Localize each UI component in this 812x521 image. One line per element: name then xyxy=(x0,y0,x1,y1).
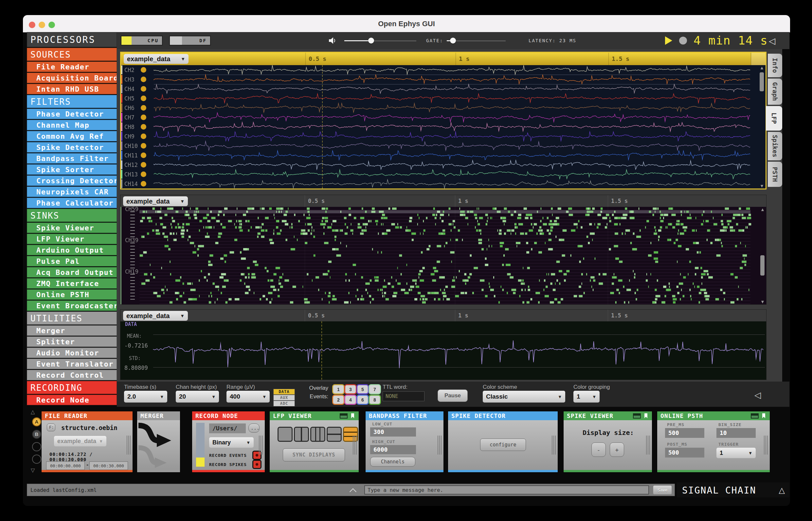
range-tab-aux[interactable]: AUX xyxy=(273,395,295,401)
channel-row-ch5[interactable]: CH5 xyxy=(121,94,154,103)
save-button[interactable]: Save xyxy=(653,485,672,495)
open-window-icon[interactable] xyxy=(751,413,759,418)
channel-enable-dot[interactable] xyxy=(141,162,146,167)
lfp-traces-body[interactable]: CH2CH3CH4CH5CH6CH7CH8CH9CH10CH11CH12CH13… xyxy=(121,65,766,188)
processor-zmq-interface[interactable]: ZMQ Interface xyxy=(27,278,117,289)
file-button[interactable]: F: xyxy=(47,424,55,431)
processor-channel-map[interactable]: Channel Map xyxy=(27,120,117,130)
start-time-field[interactable]: 00:00:00.000 xyxy=(46,461,85,470)
color-grouping-select[interactable]: 1▼ xyxy=(573,391,600,403)
overlay-event-button-3[interactable]: 3 xyxy=(344,384,357,394)
processor-record-control[interactable]: Record Control xyxy=(27,370,117,380)
chevron-up-icon[interactable] xyxy=(349,488,356,495)
channel-row-ch11[interactable]: CH11 xyxy=(121,151,154,160)
module-file-reader[interactable]: FILE READER F: structure.oebin example_d… xyxy=(42,411,133,472)
overlay-event-button-6[interactable]: 6 xyxy=(356,395,369,405)
layout-3col-button[interactable] xyxy=(310,427,325,442)
channel-enable-dot[interactable] xyxy=(141,95,146,101)
channel-row-ch14[interactable]: CH14 xyxy=(121,179,154,188)
tab-graph[interactable]: Graph xyxy=(768,78,782,105)
channel-enable-dot[interactable] xyxy=(141,124,146,130)
pre-ms-field[interactable]: 500 xyxy=(665,428,704,438)
module-drag-handle[interactable] xyxy=(127,436,131,455)
processor-merger[interactable]: Merger xyxy=(27,325,117,336)
trigger-select[interactable]: 1▼ xyxy=(717,448,756,458)
signal-chain-toggle[interactable]: SIGNAL CHAIN △ xyxy=(677,482,789,497)
overlay-event-button-2[interactable]: 2 xyxy=(332,395,345,405)
processor-record-node[interactable]: Record Node xyxy=(27,395,117,405)
channels-button[interactable]: Channels xyxy=(370,457,415,467)
spike-raster-body[interactable]: CH59 CH39 CH19 ▲ ▼ xyxy=(120,207,766,304)
channel-row-ch8[interactable]: CH8 xyxy=(121,122,154,132)
channel-enable-dot[interactable] xyxy=(141,134,146,139)
processor-acq-board-output[interactable]: Acq Board Output xyxy=(27,267,117,277)
module-drag-handle[interactable] xyxy=(437,436,442,455)
display-size-minus-button[interactable]: - xyxy=(591,443,606,457)
processor-spike-viewer[interactable]: Spike Viewer xyxy=(27,223,117,233)
stream-select-2[interactable]: example_data ▼ xyxy=(123,196,188,206)
module-drag-handle[interactable] xyxy=(552,436,556,455)
chain-slot-b[interactable]: B xyxy=(32,430,41,439)
processor-event-broadcaster[interactable]: Event Broadcaster xyxy=(27,300,117,311)
record-spikes-toggle[interactable] xyxy=(252,460,262,469)
gate-slider[interactable] xyxy=(447,40,506,41)
processor-lfp-viewer[interactable]: LFP Viewer xyxy=(27,234,117,244)
processor-neuropixels-car[interactable]: Neuropixels CAR xyxy=(27,186,117,197)
processor-audio-monitor[interactable]: Audio Monitor xyxy=(27,347,117,358)
processor-crossing-detector[interactable]: Crossing Detector xyxy=(27,175,117,186)
channel-enable-dot[interactable] xyxy=(141,143,146,149)
module-bandpass-filter[interactable]: BANDPASS FILTER LOW_CUT 300 HIGH_CUT 600… xyxy=(366,411,444,472)
scroll-up-icon[interactable]: ▲ xyxy=(760,65,764,70)
channel-enable-dot[interactable] xyxy=(141,172,146,177)
range-tab-data[interactable]: DATA xyxy=(273,389,295,395)
processor-spike-detector[interactable]: Spike Detector xyxy=(27,142,117,153)
browse-button[interactable]: ... xyxy=(248,424,260,433)
open-window-icon[interactable] xyxy=(633,413,641,418)
channel-row-ch4[interactable]: CH4 xyxy=(121,84,154,94)
channel-row-ch2[interactable]: CH2 xyxy=(121,65,154,75)
post-ms-field[interactable]: 500 xyxy=(665,448,704,457)
channel-row-ch3[interactable]: CH3 xyxy=(121,75,154,84)
scrollbar-thumb[interactable] xyxy=(760,72,764,91)
chain-slot-empty[interactable] xyxy=(32,455,41,464)
scroll-down-icon[interactable]: ▼ xyxy=(760,299,765,304)
channel-row-ch6[interactable]: CH6 xyxy=(121,103,154,113)
module-spike-detector[interactable]: SPIKE DETECTOR configure xyxy=(448,411,558,472)
processor-phase-calculator[interactable]: Phase Calculator xyxy=(27,198,117,208)
module-drag-handle[interactable] xyxy=(764,436,768,455)
module-record-node[interactable]: RECORD NODE /Users/ ... Binary▼ RECORD E… xyxy=(192,411,265,472)
sync-displays-button[interactable]: SYNC DISPLAYS xyxy=(283,448,345,461)
file-stream-select[interactable]: example_data▼ xyxy=(54,436,106,446)
chain-slot-a[interactable]: A xyxy=(32,417,41,426)
channel-enable-dot[interactable] xyxy=(141,105,146,111)
channel-enable-dot[interactable] xyxy=(141,86,146,92)
processor-online-psth[interactable]: Online PSTH xyxy=(27,289,117,300)
tab-lfp[interactable]: LFP xyxy=(766,106,782,131)
stream-select-1[interactable]: example_data ▼ xyxy=(124,54,188,64)
module-drag-handle[interactable] xyxy=(646,436,650,455)
collapse-left-icon[interactable]: ◁ xyxy=(769,36,775,46)
processor-intan-rhd-usb[interactable]: Intan RHD USB xyxy=(27,84,117,94)
processor-pulse-pal[interactable]: Pulse Pal xyxy=(27,256,117,266)
module-spike-viewer[interactable]: SPIKE VIEWER Display size: - + xyxy=(564,411,652,472)
processor-spike-sorter[interactable]: Spike Sorter xyxy=(27,164,117,175)
channel-enable-dot[interactable] xyxy=(141,67,146,73)
layout-single-button[interactable] xyxy=(277,427,293,442)
display-size-plus-button[interactable]: + xyxy=(610,443,624,457)
overlay-event-button-4[interactable]: 4 xyxy=(344,395,357,405)
processor-phase-detector[interactable]: Phase Detector xyxy=(27,109,117,119)
overlay-event-button-5[interactable]: 5 xyxy=(356,384,369,394)
record-engine-select[interactable]: Binary▼ xyxy=(209,437,254,448)
stream-select-3[interactable]: example_data ▼ xyxy=(123,311,188,321)
pause-button[interactable]: Pause xyxy=(437,389,468,402)
open-window-icon[interactable] xyxy=(340,413,347,418)
scrollbar-thumb[interactable] xyxy=(760,255,765,275)
processor-event-translator[interactable]: Event Translator xyxy=(27,359,117,369)
range-tab-adc[interactable]: ADC xyxy=(273,401,295,406)
processor-acquisition-board[interactable]: Acquisition Board xyxy=(27,73,117,83)
message-input[interactable] xyxy=(364,485,649,495)
overlay-event-button-8[interactable]: 8 xyxy=(368,395,381,405)
continuous-data-body[interactable]: DATA MEAN: -0.7216 STD: 8.80809 xyxy=(120,321,766,380)
chan-height-select[interactable]: 20▼ xyxy=(176,391,219,403)
scroll-up-icon[interactable]: ▲ xyxy=(760,207,765,212)
